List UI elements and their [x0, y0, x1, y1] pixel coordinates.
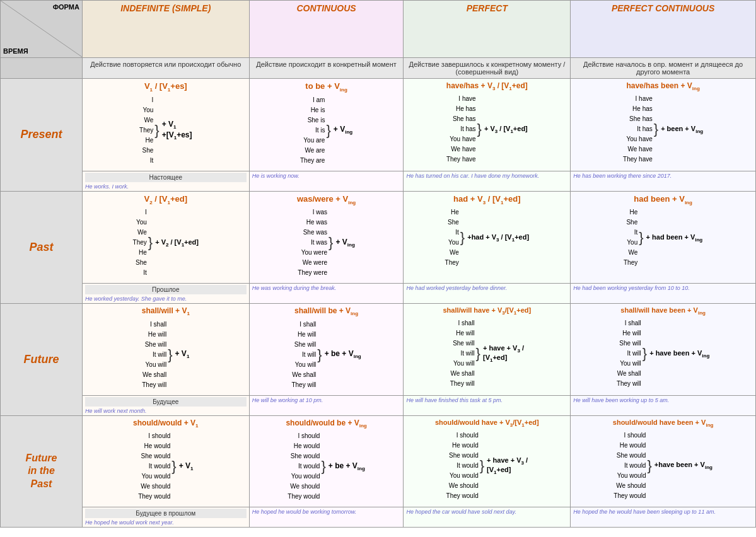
future-continuous-label: He will be working at 10 pm.: [249, 395, 404, 415]
past-indefinite-label: Прошлое He worked yesterday. She gave it…: [82, 284, 249, 304]
forma-label: ФОРМА: [3, 3, 79, 11]
futureinpast-continuous-formula: should/would be + Ving I shouldHe wouldS…: [249, 415, 404, 507]
future-perfect-continuous-label: He will have been working up to 5 am.: [571, 395, 756, 415]
header-perfect: PERFECT: [404, 1, 571, 58]
past-perfect-continuous-formula: had been + Ving HeSheItYouWeThey } + had…: [571, 191, 756, 284]
futureinpast-perfect-formula: should/would have + V3/[V1+ed] I shouldH…: [404, 415, 571, 507]
past-perfect-continuous-label: He had been working yesterday from 10 to…: [571, 284, 756, 304]
past-perfect-formula: had + V3 / [V1+ed] HeSheItYouWeThey } +h…: [404, 191, 571, 284]
future-perfect-continuous-formula: shall/will have been + Ving I shallHe wi…: [571, 304, 756, 395]
desc-continuous: Действие происходит в конкретный момент: [249, 58, 404, 79]
tense-past: Past: [1, 191, 83, 304]
futureinpast-continuous-label: He hoped he would be working tomorrow.: [249, 507, 404, 527]
future-indefinite-label: Будущее He will work next month.: [82, 395, 249, 415]
header-continuous: CONTINUOUS: [249, 1, 404, 58]
present-perfect-continuous-formula: have/has been + Ving I haveHe hasShe has…: [571, 79, 756, 171]
tense-future: Future: [1, 304, 83, 415]
future-perfect-label: He will have finished this task at 5 pm.: [404, 395, 571, 415]
present-indefinite-label: Настоящее He works. I work.: [82, 171, 249, 191]
tense-future-in-past: Futurein thePast: [1, 415, 83, 527]
desc-indefinite: Действие повторяется или происходит обыч…: [82, 58, 249, 79]
futureinpast-perfect-continuous-label: He hoped the he would have been sleeping…: [571, 507, 756, 527]
present-perfect-label: He has turned on his car. I have done my…: [404, 171, 571, 191]
desc-perfect: Действие завершилось к конкретному момен…: [404, 58, 571, 79]
past-continuous-label: He was working during the break.: [249, 284, 404, 304]
present-perfect-continuous-label: He has been working there since 2017.: [571, 171, 756, 191]
future-perfect-formula: shall/will have + V3/[V1+ed] I shallHe w…: [404, 304, 571, 395]
present-perfect-formula: have/has + V3 / [V1+ed] I haveHe hasShe …: [404, 79, 571, 171]
header-perfect-continuous: PERFECT CONTINUOUS: [571, 1, 756, 58]
futureinpast-perfect-label: He hoped the car would have sold next da…: [404, 507, 571, 527]
futureinpast-perfect-continuous-formula: should/would have been + Ving I shouldHe…: [571, 415, 756, 507]
past-perfect-label: He had worked yesterday before dinner.: [404, 284, 571, 304]
desc-perfect-continuous: Действие началось в опр. момент и длящее…: [571, 58, 756, 79]
future-indefinite-formula: shall/will + V1 I shallHe willShe willIt…: [82, 304, 249, 395]
vremya-label: ВРЕМЯ: [3, 47, 79, 55]
futureinpast-indefinite-label: Будущее в прошлом He hoped he would work…: [82, 507, 249, 527]
past-continuous-formula: was/were + Ving I wasHe wasShe wasIt was…: [249, 191, 404, 284]
present-indefinite-formula: V1 / [V1+es] IYouWeTheyHeSheIt } + V1 +[…: [82, 79, 249, 171]
future-continuous-formula: shall/will be + Ving I shallHe willShe w…: [249, 304, 404, 395]
tense-present: Present: [1, 79, 83, 192]
futureinpast-indefinite-formula: should/would + V1 I shouldHe wouldShe wo…: [82, 415, 249, 507]
present-continuous-label: He is working now.: [249, 171, 404, 191]
present-continuous-formula: to be + Ving I amHe isShe isIt isYou are…: [249, 79, 404, 171]
past-indefinite-formula: V2 / [V1+ed] IYouWeTheyHeSheIt } + V2 / …: [82, 191, 249, 284]
header-indefinite: INDEFINITE (SIMPLE): [82, 1, 249, 58]
